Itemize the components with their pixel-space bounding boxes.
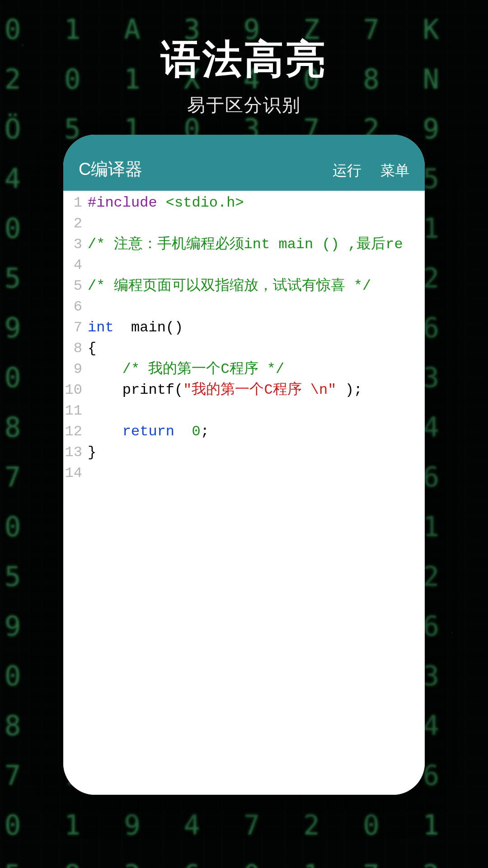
code-line: 14 [63,463,425,484]
line-number: 10 [63,380,88,401]
code-content: int main() [88,317,425,338]
line-number: 9 [63,359,88,380]
code-content: printf("我的第一个C程序 \n" ); [88,380,425,401]
run-button[interactable]: 运行 [333,161,361,181]
line-number: 5 [63,276,88,297]
phone-frame: C编译器 运行 菜单 1#include <stdio.h>23/* 注意：手机… [63,135,425,795]
hero-title: 语法高亮 [0,33,488,86]
line-number: 13 [63,442,88,463]
hero-subtitle: 易于区分识别 [0,93,488,118]
code-line: 10 printf("我的第一个C程序 \n" ); [63,380,425,401]
code-line: 4 [63,255,425,276]
code-content: return 0; [88,421,425,442]
app-bar-actions: 运行 菜单 [333,161,409,181]
code-line: 8{ [63,338,425,359]
code-line: 7int main() [63,317,425,338]
line-number: 12 [63,421,88,442]
code-line: 5/* 编程页面可以双指缩放，试试有惊喜 */ [63,276,425,297]
code-content: { [88,338,425,359]
code-line: 13} [63,442,425,463]
code-content [88,255,425,276]
code-line: 6 [63,297,425,317]
code-content: #include <stdio.h> [88,193,425,213]
code-line: 9 /* 我的第一个C程序 */ [63,359,425,380]
line-number: 11 [63,401,88,421]
line-number: 7 [63,317,88,338]
code-line: 12 return 0; [63,421,425,442]
code-line: 2 [63,213,425,234]
code-content [88,213,425,234]
code-content [88,401,425,421]
line-number: 4 [63,255,88,276]
code-content: /* 编程页面可以双指缩放，试试有惊喜 */ [88,276,425,297]
hero: 语法高亮 易于区分识别 [0,33,488,118]
app-title: C编译器 [79,158,333,181]
code-content: /* 注意：手机编程必须int main () ,最后re [88,234,425,255]
code-line: 1#include <stdio.h> [63,193,425,213]
line-number: 8 [63,338,88,359]
line-number: 3 [63,234,88,255]
code-content [88,463,425,484]
line-number: 6 [63,297,88,317]
line-number: 1 [63,193,88,213]
code-content [88,297,425,317]
code-editor[interactable]: 1#include <stdio.h>23/* 注意：手机编程必须int mai… [63,191,425,795]
menu-button[interactable]: 菜单 [380,161,409,181]
line-number: 2 [63,213,88,234]
app-bar: C编译器 运行 菜单 [63,135,425,191]
code-line: 11 [63,401,425,421]
code-content: /* 我的第一个C程序 */ [88,359,425,380]
code-content: } [88,442,425,463]
line-number: 14 [63,463,88,484]
code-line: 3/* 注意：手机编程必须int main () ,最后re [63,234,425,255]
